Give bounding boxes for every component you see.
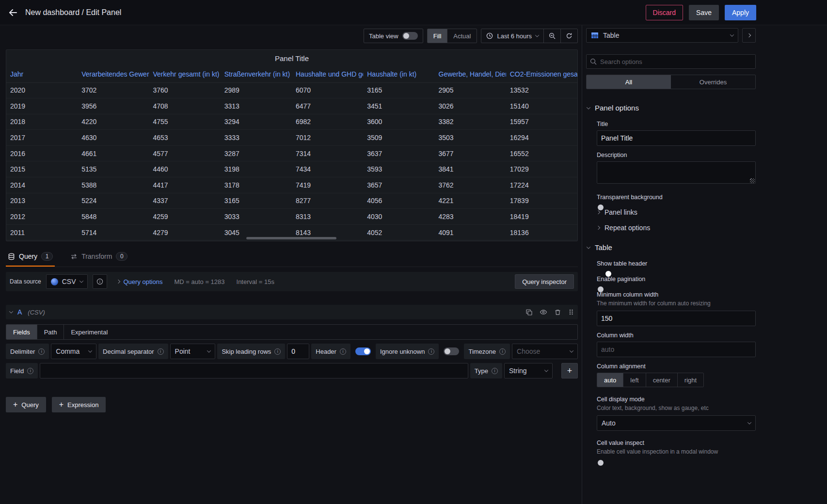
search-options-input[interactable] xyxy=(586,54,756,69)
column-alignment-label: Column alignment xyxy=(597,363,756,370)
refresh-button[interactable] xyxy=(560,29,577,43)
align-left-button[interactable]: left xyxy=(623,373,645,387)
query-options-toggle[interactable]: Query options xyxy=(117,278,163,285)
fill-actual-group: Fill Actual xyxy=(427,29,477,43)
table-column-header[interactable]: Haushalte (in kt) xyxy=(363,66,434,82)
table-row: 201646614577328773143637367716552 xyxy=(6,145,577,161)
tab-experimental[interactable]: Experimental xyxy=(64,325,114,339)
type-field: Type i xyxy=(470,363,502,378)
align-right-button[interactable]: right xyxy=(677,373,703,387)
table-cell: 3294 xyxy=(221,114,292,130)
table-cell: 5224 xyxy=(78,193,149,209)
add-query-button[interactable]: + Query xyxy=(6,397,46,412)
collapse-options-button[interactable] xyxy=(742,28,756,43)
tab-fields[interactable]: Fields xyxy=(6,325,37,339)
table-viz-icon xyxy=(591,32,599,39)
breadcrumb[interactable]: New dashboard / Edit Panel xyxy=(25,8,121,17)
panel-toolbar: Table view Fill Actual Last 6 hours xyxy=(6,28,578,44)
duplicate-query-button[interactable] xyxy=(525,308,533,316)
query-ref-id: A xyxy=(17,308,22,316)
drag-handle[interactable] xyxy=(568,308,574,316)
ignore-unknown-toggle[interactable] xyxy=(444,347,459,355)
chevron-down-icon xyxy=(544,368,548,372)
header-toggle[interactable] xyxy=(355,347,371,355)
cell-display-mode-select[interactable]: Auto xyxy=(597,415,756,431)
discard-button[interactable]: Discard xyxy=(646,5,683,20)
table-cell: 5388 xyxy=(78,177,149,193)
field-name-input[interactable] xyxy=(40,363,468,378)
actual-button[interactable]: Actual xyxy=(447,29,477,43)
table-cell: 2017 xyxy=(6,130,78,146)
table-options-body: Show table header Enable pagination Mini… xyxy=(586,253,756,464)
hide-query-button[interactable] xyxy=(540,308,547,316)
table-cell: 3287 xyxy=(221,145,292,161)
max-data-points-text: MD = auto = 1283 xyxy=(174,278,224,285)
tab-query-label: Query xyxy=(19,252,37,260)
decimal-separator-select[interactable]: Point xyxy=(170,344,216,359)
table-cell: 3178 xyxy=(221,177,292,193)
help-icon: i xyxy=(492,368,498,374)
topbar-actions: Discard Save Apply xyxy=(646,5,756,20)
zoom-out-button[interactable] xyxy=(543,29,560,43)
align-center-button[interactable]: center xyxy=(646,373,677,387)
skip-rows-input[interactable] xyxy=(287,344,309,359)
collapse-chevron-icon xyxy=(9,309,13,313)
column-width-input[interactable] xyxy=(597,342,756,357)
table-column-header[interactable]: Straßenverkehr (in kt) xyxy=(221,66,292,82)
align-auto-button[interactable]: auto xyxy=(597,373,623,387)
panel-title-input[interactable] xyxy=(597,130,756,146)
table-column-header[interactable]: Gewerbe, Handel, Dien xyxy=(435,66,506,82)
delimiter-select[interactable]: Comma xyxy=(51,344,96,359)
save-button[interactable]: Save xyxy=(689,5,719,20)
add-expression-button[interactable]: + Expression xyxy=(52,397,106,412)
apply-button[interactable]: Apply xyxy=(725,5,756,20)
table-cell: 3702 xyxy=(78,82,149,98)
table-column-header[interactable]: Verkehr gesamt (in kt) xyxy=(149,66,221,82)
table-cell: 4661 xyxy=(78,145,149,161)
cell-display-mode-label: Cell display mode xyxy=(597,396,756,403)
query-inspector-button[interactable]: Query inspector xyxy=(515,274,574,289)
table-column-header[interactable]: Verarbeitendes Gewerl xyxy=(78,66,149,82)
table-cell: 4708 xyxy=(149,98,221,114)
chevron-right-icon xyxy=(596,210,600,214)
tab-all[interactable]: All xyxy=(587,75,671,89)
datasource-picker[interactable]: CSV xyxy=(46,274,88,289)
tab-transform[interactable]: Transform 0 xyxy=(68,249,129,267)
section-table[interactable]: Table xyxy=(586,241,756,253)
visualization-picker[interactable]: Table xyxy=(586,28,738,43)
decimal-separator-label: Decimal separator xyxy=(103,348,154,355)
panel-links-section[interactable]: Panel links xyxy=(597,208,756,216)
show-table-header-label: Show table header xyxy=(597,260,756,267)
table-column-header[interactable]: CO2-Emissionen gesar xyxy=(506,66,577,82)
table-view-toggle[interactable] xyxy=(402,32,418,40)
repeat-options-section[interactable]: Repeat options xyxy=(597,224,756,232)
tab-query[interactable]: Query 1 xyxy=(6,249,55,267)
tab-overrides[interactable]: Overrides xyxy=(671,75,755,89)
timezone-select[interactable]: Choose xyxy=(512,344,578,359)
help-icon: i xyxy=(274,348,281,355)
table-column-header[interactable]: Haushalte und GHD ge xyxy=(292,66,363,82)
time-range-picker[interactable]: Last 6 hours xyxy=(481,29,543,43)
add-field-button[interactable]: + xyxy=(561,363,578,378)
chevron-down-icon xyxy=(79,279,83,283)
min-column-width-input[interactable] xyxy=(597,311,756,326)
datasource-help-button[interactable] xyxy=(93,274,107,289)
section-panel-options[interactable]: Panel options xyxy=(586,102,756,114)
table-column-header[interactable]: Jahr xyxy=(6,66,78,82)
column-width-label: Column width xyxy=(597,332,756,339)
description-textarea[interactable] xyxy=(597,161,756,184)
back-button[interactable] xyxy=(8,7,18,18)
trash-icon xyxy=(554,309,561,316)
edit-panel-main: Table view Fill Actual Last 6 hours xyxy=(0,25,582,504)
fill-button[interactable]: Fill xyxy=(428,29,447,43)
query-row-header[interactable]: A (CSV) xyxy=(6,305,578,319)
table-cell: 6982 xyxy=(292,114,363,130)
delete-query-button[interactable] xyxy=(554,308,561,316)
resize-handle[interactable] xyxy=(750,178,755,183)
transform-count-badge: 0 xyxy=(116,252,127,261)
table-cell: 3841 xyxy=(435,161,506,177)
horizontal-scrollbar[interactable] xyxy=(246,237,336,239)
tab-path[interactable]: Path xyxy=(37,325,64,339)
clock-icon xyxy=(486,32,493,39)
type-select[interactable]: String xyxy=(504,363,553,378)
